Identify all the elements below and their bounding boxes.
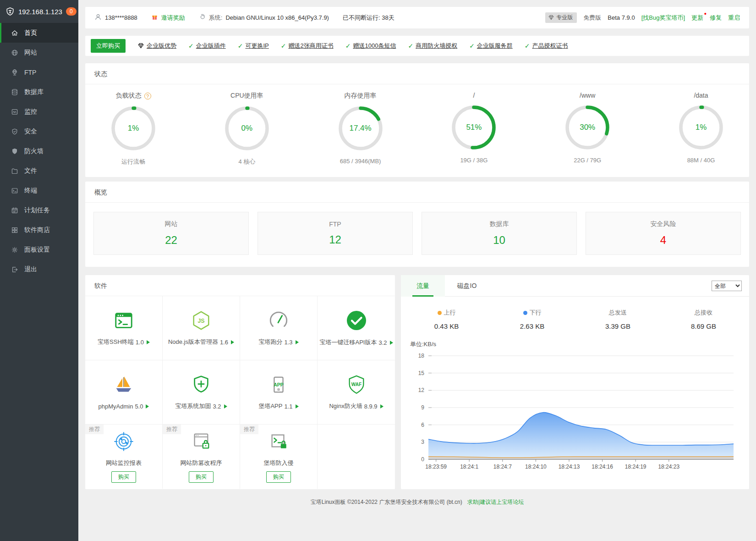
check-icon: ✓ — [469, 42, 475, 50]
software-item-system-hardening[interactable]: 宝塔系统加固3.2 — [163, 360, 240, 425]
software-item-phpmyadmin[interactable]: phpMyAdmin5.0 — [85, 360, 163, 425]
sidebar-item-label: 监控 — [24, 108, 37, 116]
pro-version-badge[interactable]: 专业版 — [545, 12, 577, 23]
message-count-badge[interactable]: 0 — [66, 7, 77, 16]
software-item-nginx-waf[interactable]: WAF Nginx防火墙8.9.9 — [318, 360, 395, 425]
recommend-tag: 推荐 — [240, 425, 258, 434]
sidebar-item-label: 首页 — [24, 29, 37, 37]
monitor-icon — [11, 108, 18, 116]
software-section: 软件 宝塔SSH终端1.0 JS Node.js版本管理器1.6 宝塔跑分1.3… — [85, 275, 395, 489]
software-item-nodejs[interactable]: JS Node.js版本管理器1.6 — [163, 296, 240, 360]
overview-card-sites[interactable]: 网站 22 — [93, 212, 249, 255]
overview-card-database[interactable]: 数据库 10 — [422, 212, 577, 255]
feature-link[interactable]: ✓企业版服务群 — [469, 42, 513, 50]
play-icon — [295, 340, 299, 344]
traffic-section: 流量 磁盘IO 全部 上行 0.43 KB 下行 2.63 KB 总发送 3.3… — [401, 275, 749, 489]
sidebar-header: 192.168.1.123 0 — [0, 0, 78, 23]
top-bar: 138****8888 邀请奖励 系统: Debian GNU/Linux 10… — [85, 7, 749, 28]
invite-reward-label: 邀请奖励 — [161, 14, 185, 22]
promo-bar: 立即购买 企业版优势 ✓企业版插件 ✓可更换IP ✓赠送2张商用证书 ✓赠送10… — [85, 36, 749, 56]
play-icon — [146, 340, 150, 344]
sidebar-item-logout[interactable]: 退出 — [0, 259, 78, 279]
traffic-chart-area: 单位:KB/s 036912151818:23:5918:24:118:24:7… — [401, 332, 749, 474]
user-account[interactable]: 138****8888 — [94, 13, 137, 22]
tab-disk-io[interactable]: 磁盘IO — [445, 275, 489, 297]
recommend-tag: 推荐 — [85, 425, 104, 434]
traffic-filter-select[interactable]: 全部 — [712, 281, 742, 291]
software-item-tamper-proof[interactable]: 推荐 网站防篡改程序 购买 — [163, 425, 240, 489]
logout-icon — [11, 265, 18, 273]
sidebar-item-database[interactable]: 数据库 — [0, 82, 78, 102]
system-info: 系统: Debian GNU/Linux 10 x86_64(Py3.7.9) — [199, 14, 329, 22]
sidebar: 192.168.1.123 0 首页 网站 FTP 数据库 监控 安全 防火墙 … — [0, 0, 78, 541]
enterprise-advantage-link[interactable]: 企业版优势 — [137, 42, 176, 50]
software-item-benchmark[interactable]: 宝塔跑分1.3 — [240, 296, 318, 360]
check-icon: ✓ — [238, 42, 243, 50]
play-icon — [224, 404, 227, 409]
ftp-icon — [11, 68, 18, 76]
feature-link[interactable]: ✓赠送2张商用证书 — [281, 42, 334, 50]
update-link[interactable]: 更新• — [691, 14, 703, 22]
feature-link[interactable]: ✓赠送1000条短信 — [345, 42, 396, 50]
sidebar-item-label: 面板设置 — [24, 246, 50, 254]
stat-total-sent: 总发送 3.39 GB — [575, 309, 661, 330]
invite-reward-link[interactable]: 邀请奖励 — [151, 14, 185, 22]
bug-bounty-link[interactable]: [找Bug奖宝塔币] — [641, 14, 685, 22]
restart-link[interactable]: 重启 — [728, 14, 740, 22]
gauge-disk-data: /data 1% 88M / 40G — [667, 92, 735, 166]
buy-now-button[interactable]: 立即购买 — [91, 39, 126, 53]
feature-link[interactable]: ✓可更换IP — [238, 42, 269, 50]
nodejs-icon: JS — [191, 310, 212, 332]
sidebar-item-terminal[interactable]: 终端 — [0, 181, 78, 200]
software-item-bt-app[interactable]: APP 堡塔APP1.1 — [240, 360, 318, 425]
buy-button[interactable]: 购买 — [111, 471, 136, 483]
play-icon — [295, 404, 299, 409]
sidebar-item-website[interactable]: 网站 — [0, 43, 78, 62]
downstream-dot-icon — [523, 311, 527, 315]
sidebar-item-label: 安全 — [24, 127, 37, 136]
overview-card-security-risk[interactable]: 安全风险 4 — [586, 212, 741, 255]
sidebar-item-label: 软件商店 — [24, 226, 50, 234]
sidebar-item-monitor[interactable]: 监控 — [0, 102, 78, 121]
shield-plus-icon — [191, 374, 212, 397]
traffic-area-chart: 036912151818:23:5918:24:118:24:718:24:10… — [409, 350, 736, 472]
svg-text:APP: APP — [274, 382, 284, 387]
tamper-proof-icon — [191, 431, 212, 453]
help-icon[interactable]: ? — [144, 93, 151, 99]
software-item-ssh-terminal[interactable]: 宝塔SSH终端1.0 — [85, 296, 163, 360]
software-item-monitor-report[interactable]: 推荐 网站监控报表 购买 — [85, 425, 163, 489]
sidebar-item-label: 退出 — [24, 265, 37, 274]
sidebar-item-security[interactable]: 安全 — [0, 121, 78, 141]
sidebar-item-firewall[interactable]: 防火墙 — [0, 141, 78, 161]
sidebar-item-files[interactable]: 文件 — [0, 161, 78, 181]
svg-text:18:24:16: 18:24:16 — [592, 464, 613, 470]
sidebar-item-appstore[interactable]: 软件商店 — [0, 220, 78, 240]
footer-forum-link[interactable]: 求助|建议请上宝塔论坛 — [467, 499, 524, 505]
software-item-migrate-api[interactable]: 宝塔一键迁移API版本3.2 — [318, 296, 395, 360]
play-icon — [145, 404, 149, 409]
svg-text:15: 15 — [418, 370, 425, 376]
svg-text:12: 12 — [418, 387, 425, 393]
software-item-intrusion[interactable]: 推荐 堡塔防入侵 购买 — [240, 425, 318, 489]
buy-button[interactable]: 购买 — [266, 471, 291, 483]
software-cell-empty — [318, 425, 395, 489]
sidebar-item-cron[interactable]: 计划任务 — [0, 200, 78, 220]
sidebar-item-settings[interactable]: 面板设置 — [0, 240, 78, 259]
sidebar-item-ftp[interactable]: FTP — [0, 62, 78, 82]
sidebar-item-home[interactable]: 首页 — [0, 23, 78, 43]
buy-button[interactable]: 购买 — [189, 471, 214, 483]
sidebar-item-label: 终端 — [24, 187, 37, 195]
user-icon — [94, 13, 102, 22]
calendar-icon — [11, 206, 18, 214]
tab-traffic[interactable]: 流量 — [401, 275, 445, 297]
feature-link[interactable]: ✓企业版插件 — [188, 42, 226, 50]
overview-card-ftp[interactable]: FTP 12 — [257, 212, 413, 255]
feature-link[interactable]: ✓产品授权证书 — [525, 42, 568, 50]
system-label: 系统: — [209, 14, 223, 22]
sidebar-item-label: 计划任务 — [24, 206, 50, 215]
main-content: 138****8888 邀请奖励 系统: Debian GNU/Linux 10… — [78, 0, 756, 541]
sidebar-item-label: 防火墙 — [24, 147, 44, 155]
feature-link[interactable]: ✓商用防火墙授权 — [408, 42, 457, 50]
check-circle-icon — [345, 309, 367, 333]
repair-link[interactable]: 修复 — [710, 14, 722, 22]
